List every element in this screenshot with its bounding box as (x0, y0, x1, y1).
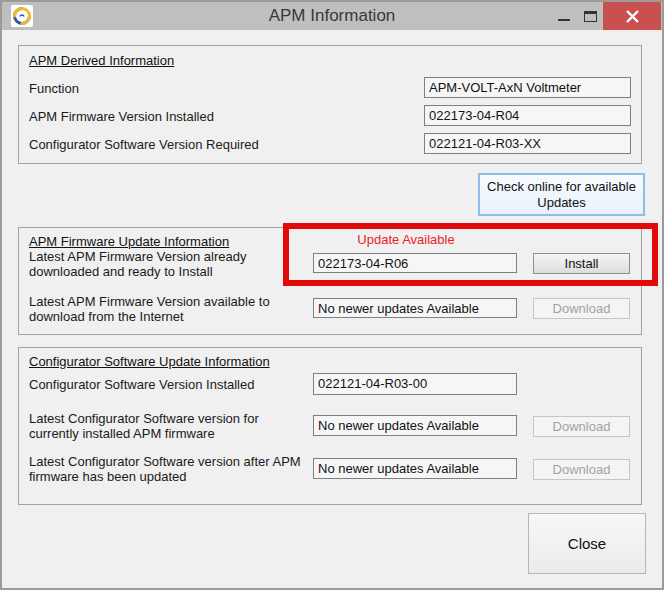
software-current-value-field: No newer updates Available (313, 415, 517, 436)
derived-info-group: APM Derived Information Function APM-VOL… (18, 45, 642, 164)
software-after-value-field: No newer updates Available (313, 458, 517, 479)
function-value-field: APM-VOLT-AxN Voltmeter (424, 77, 631, 98)
firmware-update-heading: APM Firmware Update Information (29, 234, 229, 249)
firmware-ready-value-field: 022173-04-R06 (313, 253, 517, 273)
minimize-icon (558, 19, 570, 21)
software-after-label: Latest Configurator Software version aft… (29, 454, 301, 484)
firmware-installed-value-field: 022173-04-R04 (424, 105, 631, 126)
configurator-required-label: Configurator Software Version Required (29, 137, 259, 152)
check-online-updates-button[interactable]: Check online for available Updates (478, 173, 645, 216)
firmware-installed-label: APM Firmware Version Installed (29, 109, 214, 124)
close-window-button[interactable] (603, 2, 661, 30)
maximize-icon (584, 11, 597, 22)
minimize-button[interactable] (552, 2, 576, 30)
update-available-status: Update Available (294, 232, 518, 247)
apm-information-dialog: APM Information APM Derived Information … (0, 0, 664, 590)
install-button[interactable]: Install (533, 253, 630, 274)
software-current-label: Latest Configurator Software version for… (29, 411, 259, 441)
maximize-button[interactable] (578, 2, 602, 30)
software-update-group: Configurator Software Update Information… (18, 347, 642, 505)
download-software-current-button[interactable]: Download (533, 416, 630, 437)
firmware-internet-value-field: No newer updates Available (313, 298, 517, 318)
software-installed-value-field: 022121-04-R03-00 (313, 373, 517, 395)
download-software-after-button[interactable]: Download (533, 459, 630, 480)
derived-info-heading: APM Derived Information (29, 53, 174, 68)
function-label: Function (29, 81, 79, 96)
close-icon (626, 10, 639, 23)
title-bar: APM Information (2, 2, 662, 30)
software-installed-label: Configurator Software Version Installed (29, 377, 254, 392)
download-firmware-button[interactable]: Download (533, 298, 630, 319)
software-update-heading: Configurator Software Update Information (29, 354, 270, 369)
close-button[interactable]: Close (528, 513, 646, 574)
firmware-ready-label: Latest APM Firmware Version already down… (29, 249, 246, 279)
configurator-required-value-field: 022121-04-R03-XX (424, 133, 631, 154)
firmware-internet-label: Latest APM Firmware Version available to… (29, 294, 270, 324)
